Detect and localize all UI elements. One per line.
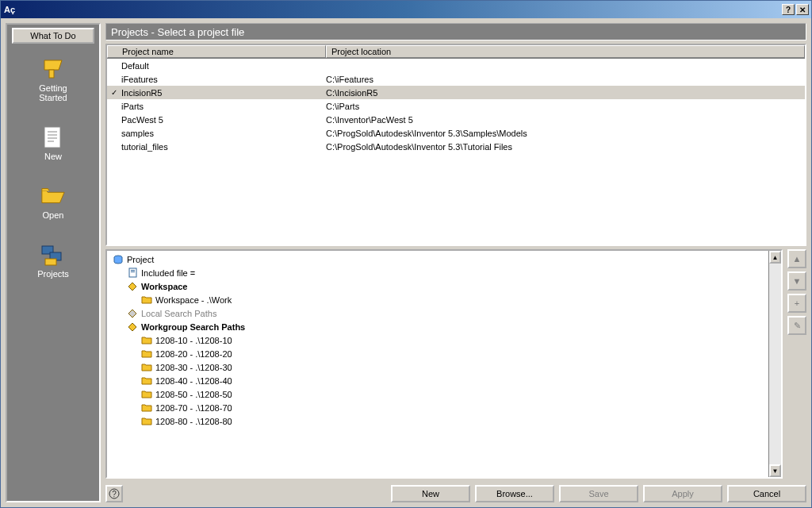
tree-item-label: Workspace - .\Work [155,295,232,305]
what-to-do-button[interactable]: What To Do [12,28,94,44]
bottom-bar: ? New Browse... Save Apply Cancel [105,482,806,502]
table-row[interactable]: iPartsC:\iParts [107,99,805,113]
table-row[interactable]: samplesC:\ProgSold\Autodesk\Inventor 5.3… [107,126,805,140]
tree-item-label: 1208-40 - .\1208-40 [155,376,232,386]
tree-local-search-paths[interactable]: Local Search Paths [109,306,767,320]
tree-workgroup-search-paths[interactable]: Workgroup Search Paths [109,320,767,333]
project-location-cell: C:\ProgSold\Autodesk\Inventor 5.3\Sample… [326,129,805,138]
apply-button[interactable]: Apply [643,485,722,502]
new-button[interactable]: New [391,485,470,502]
scroll-up-button[interactable]: ▲ [769,251,781,264]
table-row[interactable]: Default [107,59,805,72]
help-button[interactable]: ? [105,485,123,502]
svg-marker-0 [44,60,62,70]
folder-icon [140,375,153,387]
folder-icon [140,362,153,373]
add-button[interactable]: + [787,294,806,313]
tree-item-label: Included file = [141,268,195,278]
sidebar-item-getting-started[interactable]: Getting Started [39,56,67,102]
table-row[interactable]: PacWest 5C:\Inventor\PacWest 5 [107,113,805,126]
tree-included-file[interactable]: Included file = [109,266,767,279]
tree-root[interactable]: Project [109,252,767,266]
sidebar-item-label: Getting Started [39,83,67,102]
cancel-button[interactable]: Cancel [727,485,806,502]
tree-item-label: 1208-20 - .\1208-20 [155,349,232,359]
tree-workgroup-path[interactable]: 1208-70 - .\1208-70 [109,401,767,414]
scroll-down-button[interactable]: ▼ [769,464,781,477]
project-name-cell: PacWest 5 [121,115,326,125]
active-check-icon: ✓ [107,88,121,97]
project-name-cell: samples [121,129,326,138]
edit-button[interactable]: ✎ [787,316,806,335]
tree-workgroup-path[interactable]: 1208-30 - .\1208-30 [109,360,767,374]
titlebar[interactable]: Aç ? ✕ [1,1,811,18]
window-title: Aç [4,5,780,14]
tree-scrollbar[interactable]: ▲ ▼ [768,251,781,477]
tree-item-label: 1208-80 - .\1208-80 [155,417,232,426]
project-location-cell: C:\ProgSold\Autodesk\Inventor 5.3\Tutori… [326,142,805,152]
new-icon [40,125,66,150]
table-row[interactable]: ✓IncisionR5C:\IncisionR5 [107,86,805,99]
table-header-row: Project name Project location [107,45,805,59]
svg-rect-2 [44,127,60,148]
sidebar-item-label: New [44,152,62,161]
projects-table: Project name Project location DefaultiFe… [105,44,806,246]
project-name-cell: tutorial_files [121,142,326,152]
close-titlebar-button[interactable]: ✕ [796,4,809,15]
tree-item-label: Local Search Paths [141,309,216,318]
project-location-cell: C:\IncisionR5 [326,88,805,98]
project-icon [112,254,124,265]
sidebar-item-label: Projects [37,269,69,279]
svg-text:?: ? [112,490,117,498]
getting-started-icon [40,56,66,82]
main-area: Projects - Select a project file Project… [105,23,806,502]
project-location-cell: C:\iParts [326,102,805,111]
move-up-button[interactable]: ▲ [787,249,806,268]
help-titlebar-button[interactable]: ? [782,4,795,15]
tree-workgroup-path[interactable]: 1208-20 - .\1208-20 [109,347,767,360]
folder-icon [140,348,153,360]
diamond-icon [126,308,139,319]
tree-workgroup-path[interactable]: 1208-80 - .\1208-80 [109,414,767,428]
column-header-location[interactable]: Project location [326,45,805,58]
tree-item-label: 1208-50 - .\1208-50 [155,390,232,399]
project-location-cell: C:\iFeatures [326,75,805,84]
diamond-icon [126,321,139,333]
save-button[interactable]: Save [559,485,638,502]
project-name-cell: iFeatures [121,75,326,84]
table-row[interactable]: tutorial_filesC:\ProgSold\Autodesk\Inven… [107,140,805,153]
svg-rect-11 [129,268,136,277]
project-name-cell: iParts [121,102,326,111]
folder-icon [140,416,153,427]
sidebar-item-projects[interactable]: Projects [37,242,69,279]
sidebar-item-label: Open [43,210,64,220]
svg-marker-15 [128,310,136,318]
open-folder-icon [40,183,66,209]
project-name-cell: IncisionR5 [121,88,326,98]
svg-rect-13 [131,271,135,272]
svg-rect-1 [49,70,54,78]
tree-workgroup-path[interactable]: 1208-10 - .\1208-10 [109,333,767,347]
scroll-track[interactable] [769,264,781,464]
tree-workspace[interactable]: Workspace [109,279,767,293]
move-down-button[interactable]: ▼ [787,271,806,291]
svg-marker-14 [128,283,136,291]
table-row[interactable]: iFeaturesC:\iFeatures [107,72,805,86]
folder-icon [140,389,153,400]
sidebar: What To Do Getting Started New Open [6,23,101,502]
tree-item-label: 1208-10 - .\1208-10 [155,336,232,345]
column-header-name[interactable]: Project name [107,45,326,58]
tree-workgroup-path[interactable]: 1208-50 - .\1208-50 [109,387,767,401]
tree-workgroup-path[interactable]: 1208-40 - .\1208-40 [109,374,767,387]
folder-icon [140,335,153,346]
sidebar-item-new[interactable]: New [40,125,66,161]
page-title: Projects - Select a project file [105,23,806,40]
tree-item-label: Workspace [141,282,188,291]
file-icon [126,267,139,279]
dialog-window: Aç ? ✕ What To Do Getting Started New [0,0,812,508]
sidebar-item-open[interactable]: Open [40,183,66,220]
project-tree: ProjectIncluded file =WorkspaceWorkspace… [105,249,783,479]
browse-button[interactable]: Browse... [475,485,554,502]
tree-workspace-path[interactable]: Workspace - .\Work [109,293,767,306]
tree-item-label: Project [127,255,154,264]
